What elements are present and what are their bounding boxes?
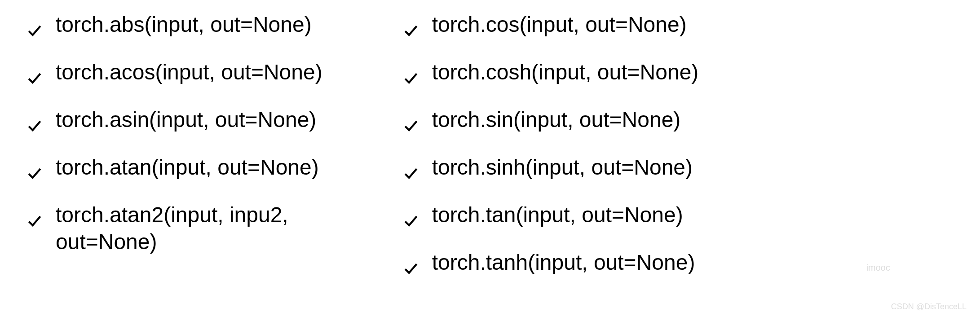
list-item: torch.atan2(input, inpu2, out=None) (27, 202, 322, 255)
function-signature: torch.cosh(input, out=None) (432, 59, 699, 86)
two-column-list: torch.abs(input, out=None) torch.acos(in… (27, 11, 953, 297)
check-icon (27, 65, 42, 80)
watermark-csdn: CSDN @DisTenceLL (891, 302, 967, 312)
check-icon (403, 65, 419, 80)
list-item: torch.tanh(input, out=None) (403, 249, 699, 276)
list-item: torch.sinh(input, out=None) (403, 154, 699, 181)
check-icon (403, 113, 419, 128)
check-icon (403, 208, 419, 223)
check-icon (27, 160, 42, 176)
function-signature: torch.tanh(input, out=None) (432, 249, 695, 276)
list-item: torch.abs(input, out=None) (27, 11, 322, 38)
function-signature: torch.acos(input, out=None) (56, 59, 322, 86)
function-signature: torch.sinh(input, out=None) (432, 154, 693, 181)
right-column: torch.cos(input, out=None) torch.cosh(in… (403, 11, 699, 297)
list-item: torch.cosh(input, out=None) (403, 59, 699, 86)
function-signature: torch.cos(input, out=None) (432, 11, 687, 38)
function-signature-line: out=None) (56, 228, 288, 255)
function-signature: torch.abs(input, out=None) (56, 11, 312, 38)
check-icon (27, 208, 42, 223)
list-item: torch.acos(input, out=None) (27, 59, 322, 86)
check-icon (403, 255, 419, 271)
function-signature: torch.atan(input, out=None) (56, 154, 319, 181)
function-signature: torch.asin(input, out=None) (56, 106, 316, 133)
list-item: torch.sin(input, out=None) (403, 106, 699, 133)
function-signature: torch.tan(input, out=None) (432, 202, 683, 228)
list-item: torch.asin(input, out=None) (27, 106, 322, 133)
list-item: torch.cos(input, out=None) (403, 11, 699, 38)
function-signature: torch.atan2(input, inpu2, out=None) (56, 202, 288, 255)
check-icon (27, 18, 42, 33)
list-item: torch.tan(input, out=None) (403, 202, 699, 228)
list-item: torch.atan(input, out=None) (27, 154, 322, 181)
function-signature: torch.sin(input, out=None) (432, 106, 681, 133)
check-icon (27, 113, 42, 128)
left-column: torch.abs(input, out=None) torch.acos(in… (27, 11, 322, 297)
check-icon (403, 160, 419, 176)
function-signature-line: torch.atan2(input, inpu2, (56, 202, 288, 228)
check-icon (403, 18, 419, 33)
